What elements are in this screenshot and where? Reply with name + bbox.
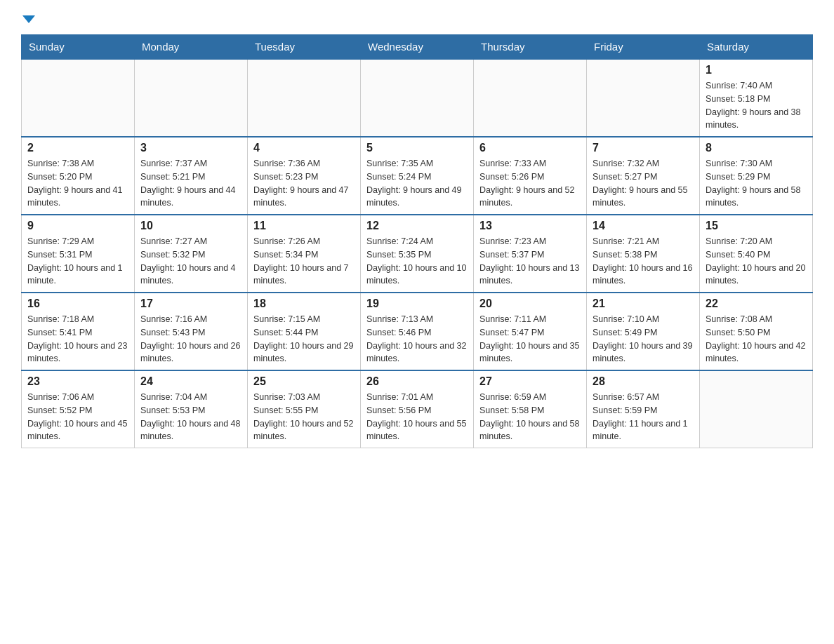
calendar-cell: 6Sunrise: 7:33 AM Sunset: 5:26 PM Daylig… [474,137,587,215]
calendar-cell: 15Sunrise: 7:20 AM Sunset: 5:40 PM Dayli… [700,215,813,293]
day-info: Sunrise: 7:15 AM Sunset: 5:44 PM Dayligh… [253,313,355,365]
page-header [21,14,813,20]
day-number: 12 [366,220,468,232]
day-number: 5 [366,142,468,154]
day-info: Sunrise: 7:37 AM Sunset: 5:21 PM Dayligh… [140,157,241,210]
day-number: 16 [27,297,128,310]
calendar-cell: 7Sunrise: 7:32 AM Sunset: 5:27 PM Daylig… [587,137,700,215]
calendar-cell: 11Sunrise: 7:26 AM Sunset: 5:34 PM Dayli… [248,215,361,293]
calendar-cell: 22Sunrise: 7:08 AM Sunset: 5:50 PM Dayli… [700,293,813,370]
day-number: 19 [366,297,468,310]
day-info: Sunrise: 7:33 AM Sunset: 5:26 PM Dayligh… [479,157,581,210]
calendar-cell [248,59,361,137]
day-info: Sunrise: 7:10 AM Sunset: 5:49 PM Dayligh… [593,313,694,365]
day-info: Sunrise: 7:32 AM Sunset: 5:27 PM Dayligh… [593,157,694,210]
day-info: Sunrise: 7:03 AM Sunset: 5:55 PM Dayligh… [253,391,355,443]
day-info: Sunrise: 7:29 AM Sunset: 5:31 PM Dayligh… [27,235,128,288]
day-number: 7 [593,142,694,154]
day-number: 20 [479,297,581,310]
day-number: 22 [706,297,807,310]
calendar-cell [22,59,135,137]
day-info: Sunrise: 7:18 AM Sunset: 5:41 PM Dayligh… [27,313,128,365]
calendar-cell [587,59,700,137]
day-info: Sunrise: 6:59 AM Sunset: 5:58 PM Dayligh… [479,391,581,443]
calendar-cell [474,59,587,137]
day-info: Sunrise: 7:13 AM Sunset: 5:46 PM Dayligh… [366,313,468,365]
day-info: Sunrise: 7:04 AM Sunset: 5:53 PM Dayligh… [140,391,241,443]
day-info: Sunrise: 7:16 AM Sunset: 5:43 PM Dayligh… [140,313,241,365]
day-info: Sunrise: 7:35 AM Sunset: 5:24 PM Dayligh… [366,157,468,210]
day-info: Sunrise: 7:23 AM Sunset: 5:37 PM Dayligh… [479,235,581,288]
calendar-cell: 4Sunrise: 7:36 AM Sunset: 5:23 PM Daylig… [248,137,361,215]
calendar-week-row: 23Sunrise: 7:06 AM Sunset: 5:52 PM Dayli… [22,370,813,448]
day-info: Sunrise: 7:26 AM Sunset: 5:34 PM Dayligh… [253,235,355,288]
calendar-week-row: 16Sunrise: 7:18 AM Sunset: 5:41 PM Dayli… [22,293,813,370]
day-number: 9 [27,220,128,232]
weekday-header-saturday: Saturday [700,35,813,60]
calendar-cell: 23Sunrise: 7:06 AM Sunset: 5:52 PM Dayli… [22,370,135,448]
calendar-cell: 24Sunrise: 7:04 AM Sunset: 5:53 PM Dayli… [135,370,248,448]
day-info: Sunrise: 7:40 AM Sunset: 5:18 PM Dayligh… [706,79,807,132]
day-info: Sunrise: 7:06 AM Sunset: 5:52 PM Dayligh… [27,391,128,443]
day-number: 2 [27,142,128,154]
logo [21,14,35,20]
day-info: Sunrise: 7:38 AM Sunset: 5:20 PM Dayligh… [27,157,128,210]
day-number: 14 [593,220,694,232]
calendar-cell: 12Sunrise: 7:24 AM Sunset: 5:35 PM Dayli… [361,215,474,293]
calendar-cell: 5Sunrise: 7:35 AM Sunset: 5:24 PM Daylig… [361,137,474,215]
weekday-header-friday: Friday [587,35,700,60]
day-info: Sunrise: 7:01 AM Sunset: 5:56 PM Dayligh… [366,391,468,443]
calendar-cell: 21Sunrise: 7:10 AM Sunset: 5:49 PM Dayli… [587,293,700,370]
day-number: 24 [140,375,241,388]
day-number: 23 [27,375,128,388]
calendar-cell: 9Sunrise: 7:29 AM Sunset: 5:31 PM Daylig… [22,215,135,293]
day-number: 3 [140,142,241,154]
weekday-header-thursday: Thursday [474,35,587,60]
day-number: 8 [706,142,807,154]
day-info: Sunrise: 7:24 AM Sunset: 5:35 PM Dayligh… [366,235,468,288]
calendar-cell: 19Sunrise: 7:13 AM Sunset: 5:46 PM Dayli… [361,293,474,370]
day-info: Sunrise: 7:11 AM Sunset: 5:47 PM Dayligh… [479,313,581,365]
day-number: 18 [253,297,355,310]
calendar-cell: 3Sunrise: 7:37 AM Sunset: 5:21 PM Daylig… [135,137,248,215]
day-number: 25 [253,375,355,388]
day-number: 4 [253,142,355,154]
weekday-header-wednesday: Wednesday [361,35,474,60]
day-number: 15 [706,220,807,232]
day-number: 21 [593,297,694,310]
day-info: Sunrise: 6:57 AM Sunset: 5:59 PM Dayligh… [593,391,694,443]
calendar-cell: 1Sunrise: 7:40 AM Sunset: 5:18 PM Daylig… [700,59,813,137]
day-number: 13 [479,220,581,232]
calendar-cell: 8Sunrise: 7:30 AM Sunset: 5:29 PM Daylig… [700,137,813,215]
day-number: 26 [366,375,468,388]
day-number: 17 [140,297,241,310]
day-number: 27 [479,375,581,388]
weekday-header-monday: Monday [135,35,248,60]
calendar-header-row: SundayMondayTuesdayWednesdayThursdayFrid… [22,35,813,60]
calendar-cell: 28Sunrise: 6:57 AM Sunset: 5:59 PM Dayli… [587,370,700,448]
calendar-cell: 18Sunrise: 7:15 AM Sunset: 5:44 PM Dayli… [248,293,361,370]
calendar-cell [135,59,248,137]
calendar-cell: 16Sunrise: 7:18 AM Sunset: 5:41 PM Dayli… [22,293,135,370]
calendar-cell [361,59,474,137]
calendar-cell [700,370,813,448]
day-info: Sunrise: 7:36 AM Sunset: 5:23 PM Dayligh… [253,157,355,210]
calendar-week-row: 1Sunrise: 7:40 AM Sunset: 5:18 PM Daylig… [22,59,813,137]
calendar-cell: 14Sunrise: 7:21 AM Sunset: 5:38 PM Dayli… [587,215,700,293]
day-info: Sunrise: 7:27 AM Sunset: 5:32 PM Dayligh… [140,235,241,288]
day-number: 6 [479,142,581,154]
day-info: Sunrise: 7:20 AM Sunset: 5:40 PM Dayligh… [706,235,807,288]
calendar-cell: 25Sunrise: 7:03 AM Sunset: 5:55 PM Dayli… [248,370,361,448]
calendar-cell: 10Sunrise: 7:27 AM Sunset: 5:32 PM Dayli… [135,215,248,293]
calendar-cell: 27Sunrise: 6:59 AM Sunset: 5:58 PM Dayli… [474,370,587,448]
day-info: Sunrise: 7:08 AM Sunset: 5:50 PM Dayligh… [706,313,807,365]
calendar-cell: 13Sunrise: 7:23 AM Sunset: 5:37 PM Dayli… [474,215,587,293]
day-number: 11 [253,220,355,232]
calendar-week-row: 9Sunrise: 7:29 AM Sunset: 5:31 PM Daylig… [22,215,813,293]
calendar-cell: 20Sunrise: 7:11 AM Sunset: 5:47 PM Dayli… [474,293,587,370]
weekday-header-tuesday: Tuesday [248,35,361,60]
day-number: 10 [140,220,241,232]
calendar-cell: 17Sunrise: 7:16 AM Sunset: 5:43 PM Dayli… [135,293,248,370]
day-info: Sunrise: 7:30 AM Sunset: 5:29 PM Dayligh… [706,157,807,210]
calendar-week-row: 2Sunrise: 7:38 AM Sunset: 5:20 PM Daylig… [22,137,813,215]
